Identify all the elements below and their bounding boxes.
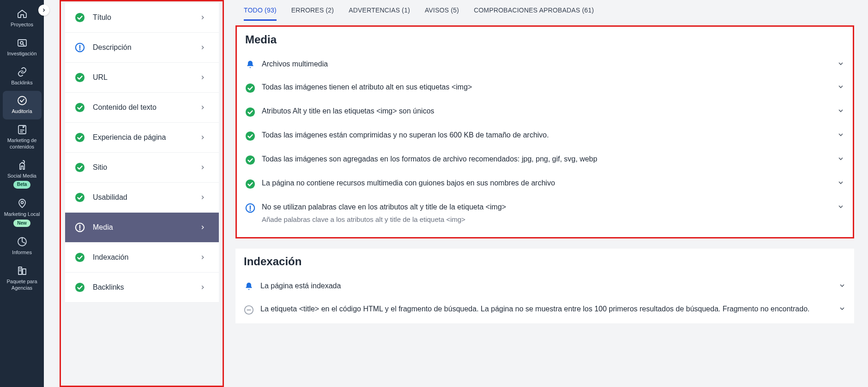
check-row[interactable]: No se utilizan palabras clave en los atr… <box>237 196 853 230</box>
check-row[interactable]: La página está indexada <box>235 274 854 298</box>
check-circle-icon <box>245 82 255 93</box>
tab-aprobadas[interactable]: COMPROBACIONES APROBADAS (61) <box>474 6 594 21</box>
chevron-right-icon <box>199 254 206 261</box>
sidebar-item-label: Usabilidad <box>93 193 199 202</box>
check-row[interactable]: Todas las imágenes son agregadas en los … <box>237 148 853 172</box>
nav-item-marketing-local[interactable]: Marketing LocalNew <box>3 194 42 232</box>
check-circle-icon <box>245 106 255 117</box>
indexacion-panel: Indexación La página está indexadaLa eti… <box>235 249 854 323</box>
nav-badge: New <box>13 220 30 227</box>
nav-item-paquete-agencias[interactable]: Paquete para Agencias <box>3 261 42 296</box>
svg-point-19 <box>75 133 84 142</box>
svg-point-20 <box>75 163 84 172</box>
check-row[interactable]: Todas las imágenes están comprimidas y n… <box>237 124 853 148</box>
check-row[interactable]: Atributos Alt y title en las etiquetas <… <box>237 100 853 124</box>
sidebar-item-experiencia-pagina[interactable]: Experiencia de página <box>65 123 219 153</box>
sidebar-item-contenido-texto[interactable]: Contenido del texto <box>65 93 219 123</box>
svg-rect-10 <box>23 269 26 274</box>
check-text: No se utilizan palabras clave en los atr… <box>262 202 831 224</box>
sidebar-item-label: Título <box>93 13 199 22</box>
bell-icon <box>245 59 255 69</box>
sidebar-item-titulo[interactable]: Título <box>65 3 219 33</box>
tab-todo[interactable]: TODO (93) <box>244 6 277 21</box>
tab-errores[interactable]: ERRORES (2) <box>291 6 334 21</box>
info-circle-icon <box>73 222 86 232</box>
chevron-right-icon <box>199 164 206 171</box>
sidebar-item-label: Backlinks <box>93 283 199 292</box>
main-content: TODO (93)ERRORES (2)ADVERTENCIAS (1)AVIS… <box>226 0 868 387</box>
check-row[interactable]: La página no contiene recursos multimedi… <box>237 172 853 196</box>
proyectos-icon <box>17 8 28 19</box>
chevron-down-icon[interactable] <box>837 82 844 90</box>
check-circle-icon <box>73 252 86 262</box>
chevron-right-icon <box>199 74 206 81</box>
sidebar-item-usabilidad[interactable]: Usabilidad <box>65 183 219 213</box>
nav-item-informes[interactable]: Informes <box>3 232 42 261</box>
chevron-down-icon[interactable] <box>837 178 844 186</box>
informes-icon <box>17 236 28 247</box>
chevron-right-icon <box>199 284 206 291</box>
sidebar-item-sitio[interactable]: Sitio <box>65 153 219 183</box>
auditoria-icon <box>17 95 28 106</box>
check-row[interactable]: La etiqueta <title> en el código HTML y … <box>235 298 854 322</box>
nav-label: Auditoría <box>12 108 32 115</box>
sidebar-item-label: Descripción <box>93 43 199 52</box>
check-row[interactable]: Archivos multimedia <box>237 53 853 76</box>
chevron-down-icon[interactable] <box>837 154 844 162</box>
chevron-right-icon <box>199 134 206 141</box>
sidebar-item-descripcion[interactable]: Descripción <box>65 33 219 63</box>
sidebar-item-url[interactable]: URL <box>65 63 219 93</box>
info-circle-icon <box>245 202 255 213</box>
chevron-down-icon[interactable] <box>837 59 844 67</box>
backlinks-icon <box>17 66 28 77</box>
nav-label: Informes <box>12 250 32 256</box>
check-circle-icon <box>73 162 86 173</box>
check-circle-icon <box>73 132 86 143</box>
svg-point-27 <box>246 83 255 93</box>
nav-item-proyectos[interactable]: Proyectos <box>3 4 42 33</box>
social-media-icon <box>17 160 28 171</box>
nav-label: Investigación <box>7 51 36 57</box>
svg-point-13 <box>75 13 84 22</box>
nav-badge: Beta <box>13 181 31 189</box>
tab-advertencias[interactable]: ADVERTENCIAS (1) <box>349 6 410 21</box>
sidebar-item-label: Indexación <box>93 253 199 262</box>
svg-point-17 <box>75 73 84 82</box>
nav-label: Proyectos <box>11 22 33 28</box>
chevron-right-icon <box>199 224 206 231</box>
check-text: Todas las imágenes tienen el atributo al… <box>262 82 831 92</box>
primary-nav: ProyectosInvestigaciónBacklinksAuditoría… <box>0 0 44 387</box>
sidebar-item-media[interactable]: Media <box>65 213 219 243</box>
check-text: Atributos Alt y title en las etiquetas <… <box>262 106 831 116</box>
check-row[interactable]: Todas las imágenes tienen el atributo al… <box>237 76 853 100</box>
collapse-nav-button[interactable] <box>38 5 49 16</box>
chevron-right-icon <box>41 7 47 13</box>
nav-label: Social Media <box>7 173 36 179</box>
nav-item-social-media[interactable]: Social MediaBeta <box>3 155 42 193</box>
sidebar-item-label: Media <box>93 223 199 232</box>
check-text: Archivos multimedia <box>262 59 831 69</box>
chevron-down-icon[interactable] <box>838 304 846 312</box>
nav-item-auditoria[interactable]: Auditoría <box>3 91 42 119</box>
nav-item-backlinks[interactable]: Backlinks <box>3 62 42 91</box>
check-circle-icon <box>73 12 86 23</box>
nav-item-investigacion[interactable]: Investigación <box>3 33 42 62</box>
chevron-down-icon[interactable] <box>837 130 844 138</box>
svg-point-7 <box>21 201 23 203</box>
nav-label: Paquete para Agencias <box>4 279 41 292</box>
marketing-local-icon <box>17 198 28 209</box>
check-subtext: Añade palabras clave a los atributos alt… <box>262 214 831 224</box>
chevron-down-icon[interactable] <box>837 202 844 210</box>
dash-circle-icon <box>244 304 254 315</box>
chevron-right-icon <box>199 44 206 51</box>
chevron-down-icon[interactable] <box>838 281 846 289</box>
sidebar-item-indexacion[interactable]: Indexación <box>65 243 219 273</box>
check-circle-icon <box>73 192 86 202</box>
marketing-contenidos-icon <box>17 124 28 135</box>
nav-label: Marketing Local <box>4 211 40 218</box>
sidebar-item-backlinks-s[interactable]: Backlinks <box>65 273 219 303</box>
bell-icon <box>244 281 254 291</box>
chevron-down-icon[interactable] <box>837 106 844 114</box>
nav-item-marketing-contenidos[interactable]: Marketing de contenidos <box>3 120 42 155</box>
tab-avisos[interactable]: AVISOS (5) <box>425 6 459 21</box>
